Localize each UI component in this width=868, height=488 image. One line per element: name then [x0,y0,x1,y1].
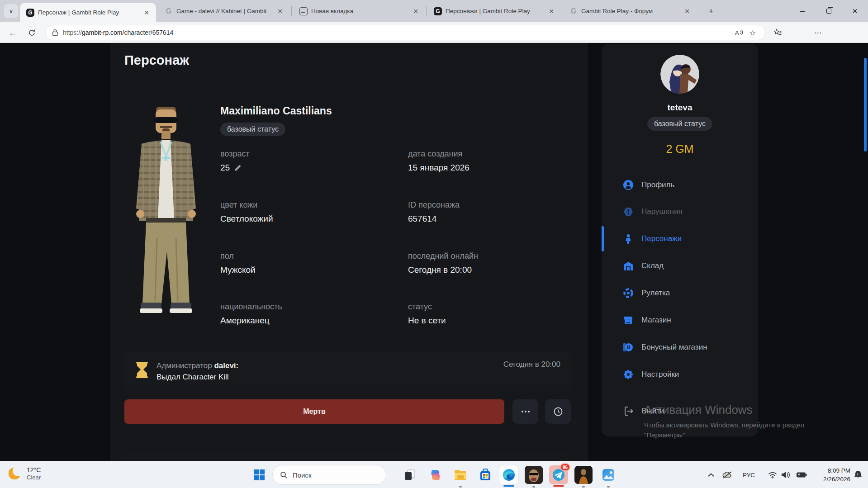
admin-log-time: Сегодня в 20:00 [503,360,560,369]
microsoft-store-icon [479,469,492,481]
language-indicator[interactable]: РУС [743,461,755,488]
sidebar-item-shop[interactable]: Магазин [602,311,758,329]
tab-title: Новая вкладка [311,8,407,14]
tab-characters-list[interactable]: G Персонажи | Gambit Role Play ✕ [427,0,561,22]
start-button[interactable] [250,465,269,484]
running-indicator [532,486,535,488]
tab-title: Gambit Role Play - Форум [581,8,678,14]
shop-icon [623,315,634,326]
sidebar-item-warehouse[interactable]: Склад [602,257,758,275]
tab-close-icon[interactable]: ✕ [142,8,152,18]
field-character-id: ID персонажа 657614 [408,200,580,224]
bell-dnd-icon: z z [853,469,863,480]
task-view-icon [404,469,416,481]
field-skin-color: цвет кожи Светлокожий [220,200,392,224]
collections-icon[interactable] [770,26,785,39]
weather-temp: 12°C [27,466,41,474]
gambit-favicon: G [165,7,173,15]
character-name: Maximiliano Castilians [220,105,332,117]
copilot-taskbar-button[interactable] [426,465,445,484]
svg-text:z: z [859,471,860,474]
sidebar-item-profile[interactable]: Профиль [602,176,758,194]
running-indicator [607,486,610,488]
svg-text:A: A [735,29,739,36]
address-bar[interactable]: https://gambit-rp.com/character/657614 A… [45,25,765,40]
image-window-button[interactable] [524,465,543,484]
more-options-button[interactable] [512,399,538,424]
settings-gear-icon [623,369,634,380]
tab-search-chevron-button[interactable]: ∨ [4,4,18,18]
taskbar-search-box[interactable]: Поиск [272,465,386,485]
time: 8:09 PM [812,466,850,475]
tab-title: Game - dalevi // Kabinet | Gambit [176,8,271,14]
tab-new-tab[interactable]: Новая вкладка ✕ [293,0,425,22]
sidebar-item-logout[interactable]: Выйти [602,402,758,420]
browser-tab-bar: ∨ G Персонаж | Gambit Role Play ✕ G Game… [0,0,868,22]
gambit-favicon: G [26,9,34,17]
profile-icon [623,180,634,190]
settings-more-icon[interactable]: ⋯ [811,26,825,39]
volume-icon[interactable] [781,461,791,488]
refresh-button[interactable] [24,26,39,40]
field-last-online: последний онлайн Сегодня в 20:00 [408,251,580,275]
telegram-button[interactable]: 86 [549,465,568,484]
sidebar-item-characters[interactable]: Персонажи [602,230,758,248]
new-tab-favicon [299,7,308,15]
sidebar-item-bonus-shop[interactable]: B Бонусный магазин [602,338,758,356]
back-button[interactable]: ← [5,26,20,40]
page-scrollbar-thumb[interactable] [864,58,867,152]
battery-icon[interactable] [795,461,807,488]
tab-forum[interactable]: G Gambit Role Play - Форум ✕ [563,0,697,22]
sidebar-item-roulette[interactable]: Рулетка [602,284,758,302]
field-age: возраст 25 [220,149,392,173]
microsoft-store-button[interactable] [476,465,495,484]
edit-age-icon[interactable] [234,164,242,172]
sidebar-item-violations[interactable]: Нарушения [602,203,758,221]
tray-show-hidden-icons[interactable] [707,461,715,488]
window-close-button[interactable]: ✕ [842,0,868,22]
history-button[interactable] [545,399,571,424]
field-status: статус Не в сети [408,302,580,326]
task-view-button[interactable] [400,465,419,484]
sidebar-item-settings[interactable]: Настройки [602,365,758,384]
telegram-unread-badge: 86 [560,463,570,471]
image-window-button[interactable] [574,465,593,484]
window-restore-button[interactable] [816,0,842,22]
gambit-favicon: G [569,7,578,15]
taskbar-weather-widget[interactable]: 12°C Clear [7,465,41,482]
gm-balance: 2 GM [602,142,758,156]
tab-character[interactable]: G Персонаж | Gambit Role Play ✕ [20,3,156,22]
edge-browser-button[interactable] [499,465,518,484]
bonus-shop-icon: B [623,342,634,353]
windows-logo-icon [253,469,265,481]
wifi-icon[interactable] [768,461,777,488]
tab-close-icon[interactable]: ✕ [682,6,692,16]
character-panel: Персонаж [110,43,588,461]
tab-game-kabinet[interactable]: G Game - dalevi // Kabinet | Gambit ✕ [158,0,289,22]
attention-indicator [553,485,564,487]
favorites-star-icon[interactable]: ☆ [746,26,759,39]
user-avatar [660,55,699,94]
onedrive-paused-icon[interactable] [722,461,733,488]
field-nationality: национальность Американец [220,302,392,326]
read-aloud-icon[interactable]: A [732,26,746,39]
username: teteva [602,103,758,113]
photos-app-button[interactable] [599,465,618,484]
tab-title: Персонаж | Gambit Role Play [38,9,138,16]
lock-icon [52,29,58,36]
account-sidebar: teteva базовый статус 2 GM Профиль Наруш… [602,44,758,436]
window-minimize-button[interactable]: ─ [789,0,816,22]
violations-icon [623,206,634,217]
tab-close-icon[interactable]: ✕ [546,6,556,16]
taskbar-clock[interactable]: 8:09 PM 2/26/2026 [812,466,850,483]
death-status-button[interactable]: Мертв [124,399,504,424]
new-tab-button[interactable]: + [705,5,717,18]
tab-title: Персонажи | Gambit Role Play [446,8,543,14]
tab-close-icon[interactable]: ✕ [411,6,421,16]
hourglass-icon [136,361,148,379]
field-gender: пол Мужской [220,251,392,275]
tab-close-icon[interactable]: ✕ [275,6,285,16]
file-explorer-button[interactable] [451,465,470,484]
notification-bell-button[interactable]: z z [853,461,863,488]
photos-app-icon [602,468,615,482]
